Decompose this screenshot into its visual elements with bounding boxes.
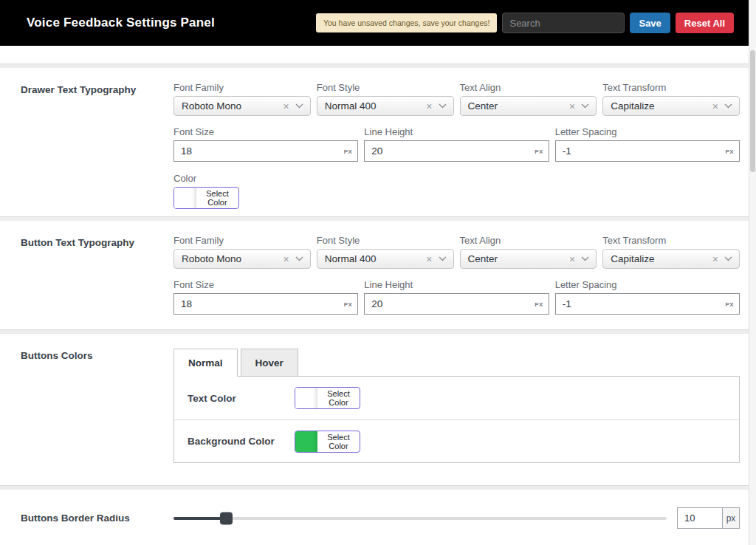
font-family-select[interactable]: Roboto Mono × (173, 96, 311, 116)
letter-spacing-input[interactable] (556, 141, 739, 161)
letter-spacing-input[interactable] (556, 294, 739, 314)
tab-normal[interactable]: Normal (173, 349, 238, 377)
field-text-align: Text Align Center × (460, 83, 597, 116)
section-button-text-typography: Button Text Typography Font Family Robot… (0, 221, 749, 329)
typography-select-row: Font Family Roboto Mono × Font Style Nor… (173, 83, 740, 116)
field-font-size: Font Size PX (173, 127, 358, 162)
clear-icon[interactable]: × (569, 254, 575, 264)
section-drawer-text-typography: Drawer Text Typography Font Family Robot… (0, 68, 749, 216)
unit-label: PX (535, 148, 543, 154)
font-size-input[interactable] (174, 294, 357, 314)
clear-icon[interactable]: × (284, 254, 289, 264)
field-letter-spacing: Letter Spacing PX (555, 280, 740, 315)
color-row-label: Background Color (188, 436, 295, 447)
select-color-button[interactable]: Select Color (173, 187, 239, 209)
settings-panel: Drawer Text Typography Font Family Robot… (0, 46, 749, 536)
field-text-align: Text Align Center × (460, 236, 597, 269)
field-line-height: Line Height PX (364, 127, 549, 162)
font-style-select[interactable]: Normal 400 × (317, 249, 454, 269)
clear-icon[interactable]: × (284, 101, 289, 112)
border-radius-input-group: px (677, 507, 740, 529)
page-title: Voice Feedback Settings Panel (27, 16, 215, 30)
text-color-select-color-button[interactable]: Select Color (295, 387, 360, 409)
text-transform-select[interactable]: Capitalize × (602, 249, 740, 269)
chevron-down-icon[interactable] (295, 103, 303, 109)
select-value: Capitalize (611, 253, 654, 264)
color-swatch (174, 188, 196, 208)
select-value: Roboto Mono (182, 253, 241, 264)
font-family-select[interactable]: Roboto Mono × (173, 249, 311, 269)
chevron-down-icon[interactable] (581, 103, 589, 109)
buttons-colors-tabs: Normal Hover (173, 349, 740, 376)
field-label: Font Family (173, 236, 311, 246)
text-transform-select[interactable]: Capitalize × (602, 96, 740, 116)
slider-handle[interactable] (220, 512, 233, 524)
reset-all-button[interactable]: Reset All (676, 13, 734, 33)
select-value: Center (468, 253, 498, 264)
clear-icon[interactable]: × (712, 101, 718, 112)
select-value: Normal 400 (325, 100, 377, 112)
field-label: Letter Spacing (555, 127, 740, 137)
field-label: Letter Spacing (555, 280, 740, 290)
section-buttons-border-radius: Buttons Border Radius px (0, 490, 749, 536)
field-line-height: Line Height PX (364, 280, 549, 315)
slider-fill (173, 517, 223, 520)
line-height-input[interactable] (365, 141, 548, 161)
section-title: Buttons Colors (21, 349, 173, 463)
border-radius-input[interactable] (677, 507, 722, 529)
typography-input-row: Font Size PX Line Height PX Letter Spaci… (173, 280, 740, 315)
chevron-down-icon[interactable] (439, 103, 447, 109)
tab-hover[interactable]: Hover (241, 349, 298, 377)
scrollbar-thumb[interactable] (750, 50, 755, 172)
line-height-input[interactable] (365, 294, 548, 314)
chevron-down-icon[interactable] (724, 103, 732, 109)
chevron-down-icon[interactable] (295, 256, 303, 261)
select-value: Capitalize (611, 100, 654, 112)
vertical-scrollbar[interactable] (749, 0, 756, 545)
chevron-down-icon[interactable] (439, 256, 447, 261)
tab-panel-normal: Text Color Select Color Background Color… (173, 376, 740, 463)
field-label: Text Transform (602, 236, 740, 246)
field-text-transform: Text Transform Capitalize × (602, 236, 740, 269)
section-buttons-colors: Buttons Colors Normal Hover Text Color S… (0, 334, 749, 485)
select-value: Center (468, 100, 498, 112)
text-align-select[interactable]: Center × (460, 249, 597, 269)
color-button-label: Select Color (196, 188, 238, 208)
text-color-row: Text Color Select Color (174, 377, 739, 419)
field-font-size: Font Size PX (173, 280, 358, 315)
border-radius-slider[interactable] (173, 512, 667, 525)
field-label: Text Align (460, 236, 597, 246)
color-button-label: Select Color (317, 431, 360, 452)
search-input[interactable] (502, 13, 625, 33)
color-button-label: Select Color (317, 388, 360, 408)
field-font-family: Font Family Roboto Mono × (173, 236, 311, 269)
background-color-select-color-button[interactable]: Select Color (295, 431, 360, 453)
header-gap (0, 46, 749, 64)
clear-icon[interactable]: × (426, 254, 432, 264)
field-label: Font Size (173, 280, 358, 290)
clear-icon[interactable]: × (569, 101, 575, 112)
font-style-select[interactable]: Normal 400 × (317, 96, 454, 116)
section-title: Button Text Typography (21, 236, 173, 315)
field-label: Font Family (173, 83, 311, 93)
header-bar: Voice Feedback Settings Panel You have u… (0, 0, 749, 46)
field-text-transform: Text Transform Capitalize × (602, 83, 740, 116)
border-radius-unit: px (722, 507, 740, 529)
clear-icon[interactable]: × (426, 101, 432, 112)
text-align-select[interactable]: Center × (460, 96, 597, 116)
unit-label: PX (344, 301, 352, 307)
slider-track[interactable] (173, 517, 667, 520)
field-label: Line Height (364, 280, 549, 290)
field-font-style: Font Style Normal 400 × (317, 83, 454, 116)
select-value: Roboto Mono (182, 100, 241, 112)
unit-label: PX (535, 301, 543, 307)
field-label: Text Align (460, 83, 597, 93)
chevron-down-icon[interactable] (724, 256, 732, 261)
unsaved-changes-notice: You have unsaved changes, save your chan… (316, 13, 498, 32)
field-color: Color Select Color (173, 173, 740, 209)
chevron-down-icon[interactable] (581, 256, 589, 261)
field-font-style: Font Style Normal 400 × (317, 236, 454, 269)
save-button[interactable]: Save (630, 13, 670, 33)
clear-icon[interactable]: × (712, 254, 718, 264)
font-size-input[interactable] (174, 141, 357, 161)
